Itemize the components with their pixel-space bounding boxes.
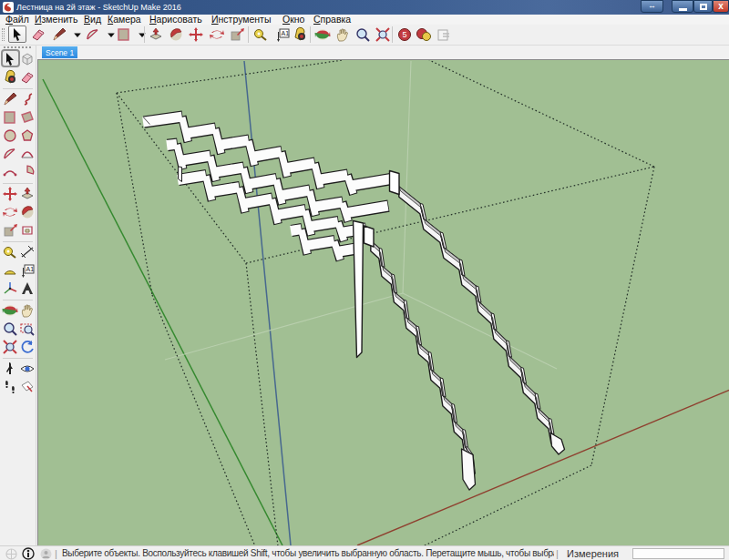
svg-text:5: 5 [403,30,407,39]
svg-text:A1: A1 [26,266,35,272]
svg-text:A1: A1 [282,30,290,36]
